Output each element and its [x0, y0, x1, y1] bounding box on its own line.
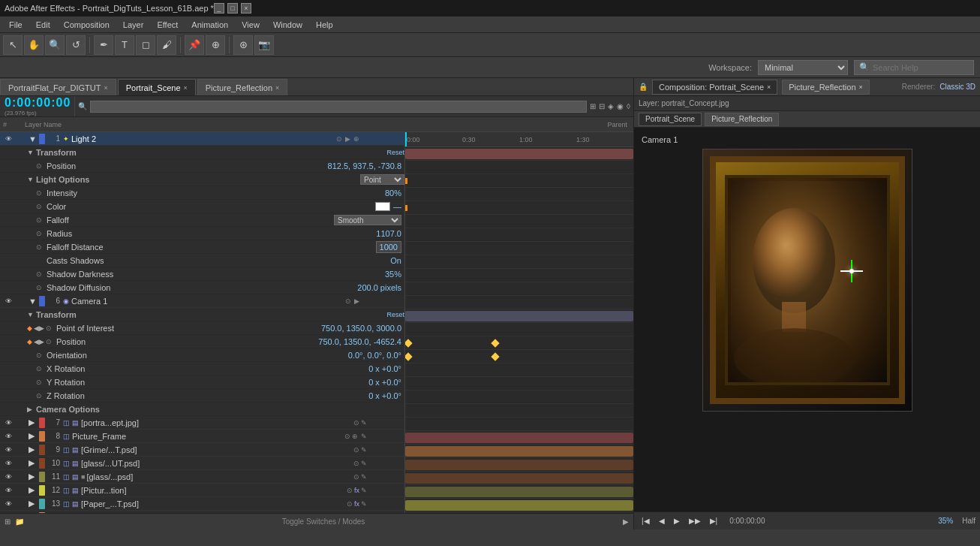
prev-fwd-btn[interactable]: ▶▶	[686, 515, 704, 526]
prop-poi-value[interactable]: 750.0, 1350.0, 3000.0	[321, 324, 401, 333]
layer-options-btn[interactable]: ⊟	[599, 102, 605, 110]
layer-14-expand[interactable]: ▶	[29, 512, 38, 513]
prop-orientation-value[interactable]: 0.0°, 0.0°, 0.0°	[348, 351, 401, 360]
prop-cam-options-expand[interactable]: ▶	[27, 406, 36, 413]
prop-poi-stopwatch[interactable]: ⊙	[46, 324, 56, 332]
layer-12-expand[interactable]: ▶	[29, 485, 38, 495]
layer-8-vis[interactable]: 👁	[3, 433, 14, 440]
menu-edit[interactable]: Edit	[30, 19, 56, 31]
workspace-select[interactable]: Minimal Standard All Panels	[758, 60, 848, 75]
layer-10-vis[interactable]: 👁	[3, 460, 14, 467]
layer-7-vis[interactable]: 👁	[3, 419, 14, 427]
light-type-dropdown[interactable]: Point Spot Parallel Ambient	[360, 174, 404, 185]
tool-roto[interactable]: ⊕	[206, 35, 225, 55]
layer-6-expand[interactable]: ▼	[29, 297, 38, 306]
menu-file[interactable]: File	[3, 19, 29, 31]
prop-shadow-diffusion-value[interactable]: 200.0 pixels	[357, 283, 401, 292]
tl-bar-9[interactable]	[405, 460, 633, 470]
prev-play-btn[interactable]: ▶	[671, 515, 683, 526]
layer-row-14[interactable]: 👁 ▶ 14 ◫ ▤ [WOOD_W...jpg] ⊙ ✎	[0, 511, 404, 513]
prop-orientation-stopwatch[interactable]: ⊙	[36, 351, 47, 359]
prop-cam-pos-nav[interactable]: ◀▶	[34, 338, 44, 345]
tl-row-13[interactable]	[405, 512, 633, 513]
cam-transform-reset[interactable]: Reset	[386, 311, 404, 318]
prev-back-btn[interactable]: ◀	[656, 515, 668, 526]
prop-position-stopwatch[interactable]: ⊙	[36, 162, 47, 170]
prop-cam-pos-stopwatch[interactable]: ⊙	[46, 338, 56, 345]
playhead[interactable]	[405, 132, 407, 146]
layer-1-name[interactable]: Light 2	[71, 134, 336, 143]
tool-pin[interactable]: 📌	[185, 35, 204, 55]
layer-14-name[interactable]: [WOOD_W...jpg]	[81, 513, 353, 514]
layer-row-6[interactable]: 👁 ▼ 6 ◉ Camera 1 ⊙ ▶	[0, 294, 404, 308]
layer-row-9[interactable]: 👁 ▶ 9 ◫ ▤ [Grime/...T.psd] ⊙ ✎	[0, 443, 404, 457]
prop-poi-nav[interactable]: ◀▶	[34, 324, 44, 332]
prop-zrot-value[interactable]: 0 x +0.0°	[368, 391, 401, 400]
maximize-button[interactable]: □	[227, 3, 238, 14]
layer-row-12[interactable]: 👁 ▶ 12 ◫ ▤ [Pictur...tion] ⊙ fx ✎	[0, 484, 404, 497]
prop-yrot-value[interactable]: 0 x +0.0°	[368, 378, 401, 387]
layer-row-1[interactable]: 👁 ▼ 1 ✦ Light 2 ⊙ ▶ ⊕	[0, 132, 404, 146]
prop-light-options-expand[interactable]: ▼	[27, 176, 36, 183]
prev-timecode[interactable]: 0:00:00:00	[729, 517, 765, 525]
layer-8-name[interactable]: Picture_Frame	[72, 432, 344, 441]
tab-portrait-scene-preview[interactable]: Portrait_Scene	[639, 113, 702, 126]
tl-row-8[interactable]	[405, 445, 633, 458]
layer-1-expand[interactable]: ▼	[29, 134, 38, 143]
layer-11-vis[interactable]: 👁	[3, 473, 14, 481]
comp-tab-close[interactable]: ×	[767, 83, 771, 91]
layer-row-7[interactable]: 👁 ▶ 7 ◫ ▤ [portra...ept.jpg] ⊙ ✎	[0, 416, 404, 430]
layer-7-name[interactable]: [portra...ept.jpg]	[81, 418, 353, 427]
layer-row-13[interactable]: 👁 ▶ 13 ◫ ▤ [Paper_...T.psd] ⊙ fx ✎	[0, 497, 404, 511]
search-help-box[interactable]: 🔍	[854, 60, 974, 75]
layer-solo-btn[interactable]: ◈	[608, 102, 614, 110]
layer-13-expand[interactable]: ▶	[29, 499, 38, 508]
prop-falloff-stopwatch[interactable]: ⊙	[36, 216, 47, 224]
falloff-dropdown[interactable]: Smooth None Inverse Square Clamped	[334, 215, 401, 225]
prop-transform-expand[interactable]: ▼	[27, 149, 36, 156]
layer-11-expand[interactable]: ▶	[29, 472, 38, 481]
new-folder-btn[interactable]: 📁	[15, 517, 24, 526]
tl-bar-12[interactable]	[405, 500, 633, 511]
tl-bar-10[interactable]	[405, 473, 633, 484]
prop-xrot-stopwatch[interactable]: ⊙	[36, 365, 47, 373]
render-btn[interactable]: ▶	[623, 517, 629, 526]
tl-row-11[interactable]	[405, 485, 633, 499]
layer-row-10[interactable]: 👁 ▶ 10 ◫ ▤ [glass/...UT.psd] ⊙ ✎	[0, 457, 404, 470]
tab-close-portrait-flat[interactable]: ×	[104, 84, 107, 92]
tool-text[interactable]: T	[115, 35, 134, 55]
tool-pen[interactable]: ✒	[94, 35, 113, 55]
layer-10-expand[interactable]: ▶	[29, 458, 38, 468]
tl-row-12[interactable]	[405, 499, 633, 512]
prop-falloff-distance-stopwatch[interactable]: ⊙	[36, 243, 47, 251]
tl-bar-1[interactable]	[405, 149, 633, 159]
search-help-input[interactable]	[873, 63, 963, 72]
layer-10-name[interactable]: [glass/...UT.psd]	[81, 459, 353, 468]
tl-row-9[interactable]	[405, 458, 633, 472]
prop-cam-pos-value[interactable]: 750.0, 1350.0, -4652.4	[318, 337, 401, 346]
tl-bar-11[interactable]	[405, 487, 633, 497]
minimize-button[interactable]: _	[214, 3, 224, 14]
tool-shape[interactable]: ◻	[136, 35, 155, 55]
tab-portrait-flat[interactable]: PortraitFlat_For_DIGTUT ×	[0, 79, 116, 95]
timecode-display[interactable]: 0:00:00:00	[5, 96, 70, 110]
prop-zrot-stopwatch[interactable]: ⊙	[36, 392, 47, 400]
layer-8-expand[interactable]: ▶	[29, 431, 38, 441]
layer-9-vis[interactable]: 👁	[3, 446, 14, 454]
menu-window[interactable]: Window	[267, 19, 308, 31]
tl-row-7[interactable]	[405, 431, 633, 445]
tool-rotate[interactable]: ↺	[66, 35, 86, 55]
layer-6-vis[interactable]: 👁	[3, 297, 14, 305]
menu-effect[interactable]: Effect	[151, 19, 184, 31]
prop-shadow-darkness-stopwatch[interactable]: ⊙	[36, 270, 47, 278]
tool-3d[interactable]: ⊛	[233, 35, 253, 55]
preview-zoom[interactable]: 35%	[938, 517, 953, 525]
tab-portrait-scene[interactable]: Portrait_Scene ×	[118, 79, 196, 95]
layer-row-11[interactable]: 👁 ▶ 11 ◫ ▤ ■ [glass/...psd] ⊙ ✎	[0, 470, 404, 484]
prop-cam-transform-expand[interactable]: ▼	[27, 311, 36, 318]
toggle-switches-label[interactable]: Toggle Switches / Modes	[29, 517, 618, 526]
color-swatch[interactable]	[375, 202, 390, 211]
prop-intensity-value[interactable]: 80%	[385, 189, 401, 198]
title-bar-controls[interactable]: _ □ ×	[214, 3, 251, 14]
layer-13-name[interactable]: [Paper_...T.psd]	[81, 499, 347, 508]
